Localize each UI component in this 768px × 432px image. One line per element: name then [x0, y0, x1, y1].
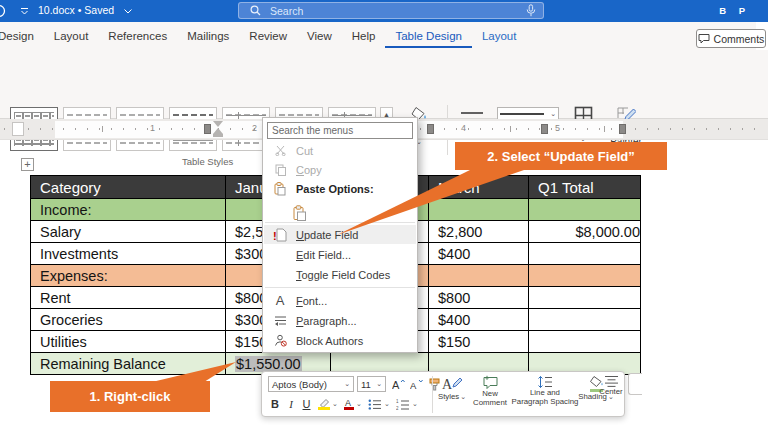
context-menu: Cut Copy Paste Options: ! Update Field E… — [262, 117, 418, 353]
underline-button[interactable]: U — [300, 396, 313, 412]
menu-item-paste-options: Paste Options: — [264, 179, 416, 198]
tab-references[interactable]: References — [98, 24, 177, 49]
header-q1-total[interactable]: Q1 Total — [529, 176, 641, 199]
search-input[interactable] — [268, 4, 522, 18]
dictate-mic-icon[interactable] — [526, 4, 536, 17]
svg-text:A: A — [392, 379, 400, 390]
font-color-button[interactable]: A ⌄ — [343, 396, 363, 412]
cut-icon — [270, 145, 290, 156]
update-field-icon: ! — [270, 228, 290, 242]
center-button[interactable]: Center — [596, 375, 626, 397]
column-marker[interactable] — [541, 124, 548, 134]
new-comment-icon — [482, 375, 499, 390]
comment-bubble-icon — [698, 33, 710, 44]
ribbon: ▲ ▼ ⊽ Shading ⌄ Border Styles ⌄ ⌄ ½ pt — [0, 50, 768, 119]
menu-item-paragraph[interactable]: Paragraph... — [264, 311, 416, 330]
border-line-icon — [460, 108, 484, 118]
grow-font-icon: A — [392, 378, 405, 390]
quick-access-chevron-icon[interactable] — [20, 8, 29, 15]
menu-item-block-authors[interactable]: Block Authors — [264, 331, 416, 350]
tab-help[interactable]: Help — [342, 24, 386, 49]
italic-button[interactable]: I — [285, 396, 297, 412]
font-name-combo[interactable]: Aptos (Body)⌄ — [268, 376, 354, 392]
header-category[interactable]: Category — [31, 176, 226, 199]
table-styles-group-label: Table Styles — [182, 156, 233, 167]
popup-edge-fragment — [628, 373, 642, 395]
tab-selector[interactable] — [12, 122, 24, 136]
document-title[interactable]: 10.docx • Saved — [38, 4, 114, 16]
grow-font-button[interactable]: A — [390, 376, 406, 392]
search-icon — [250, 5, 261, 16]
ruler-number-2: 2 — [252, 123, 257, 133]
block-authors-icon — [270, 334, 290, 347]
svg-text:A: A — [345, 398, 351, 407]
copy-icon — [270, 164, 290, 176]
styles-icon: A — [441, 375, 463, 393]
indent-marker[interactable] — [213, 121, 223, 137]
step2-callout: 2. Select “Update Field” — [455, 142, 667, 170]
user-initials-badge[interactable]: B P — [719, 5, 750, 16]
menu-item-copy: Copy — [264, 160, 416, 179]
svg-text:2: 2 — [396, 406, 399, 410]
svg-text:!: ! — [273, 230, 277, 242]
styles-button[interactable]: A Styles⌄ — [436, 375, 468, 402]
menu-item-font[interactable]: A Font... — [264, 291, 416, 310]
paste-option-keep-formatting[interactable] — [289, 202, 309, 224]
menu-search-input[interactable] — [267, 122, 413, 139]
tab-layout[interactable]: Layout — [44, 24, 99, 49]
new-comment-button[interactable]: New Comment — [471, 375, 509, 407]
clipboard-icon — [270, 182, 290, 196]
column-marker[interactable] — [619, 124, 626, 134]
ruler-number-5: 5 — [555, 123, 560, 133]
tab-view[interactable]: View — [297, 24, 342, 49]
bullets-icon — [368, 399, 382, 410]
column-marker[interactable] — [427, 124, 434, 134]
ribbon-tab-strip: Design Layout References Mailings Review… — [0, 22, 756, 50]
menu-item-cut: Cut — [264, 141, 416, 160]
line-spacing-button[interactable]: Line and Paragraph Spacing — [511, 375, 579, 406]
svg-text:1: 1 — [396, 399, 399, 404]
word-window: 10.docx • Saved B P Design Layout Refere… — [0, 0, 768, 432]
bullets-button[interactable]: ⌄ — [367, 396, 391, 412]
table-move-handle[interactable]: + — [21, 158, 34, 171]
bold-button[interactable]: B — [268, 396, 282, 412]
font-color-icon: A — [344, 398, 354, 410]
shrink-font-button[interactable]: A — [408, 376, 424, 392]
autosave-icon[interactable] — [0, 4, 12, 18]
selected-field-value[interactable]: $1,550.00 — [235, 356, 302, 372]
tab-table-layout[interactable]: Layout — [472, 24, 527, 49]
paste-option-icon — [293, 205, 306, 221]
numbering-icon: 1 2 — [396, 399, 410, 410]
svg-text:A: A — [442, 377, 453, 392]
comments-button[interactable]: Comments — [696, 29, 766, 48]
column-marker[interactable] — [204, 124, 211, 134]
line-spacing-icon — [537, 375, 553, 389]
mini-toolbar: Aptos (Body)⌄ 11⌄ A A B I U ⌄ A ⌄ — [261, 371, 625, 417]
highlight-color-button[interactable]: ⌄ — [317, 396, 339, 412]
numbering-button[interactable]: 1 2 ⌄ — [395, 396, 419, 412]
tab-table-design[interactable]: Table Design — [385, 24, 471, 49]
menu-item-edit-field[interactable]: Edit Field... — [264, 245, 416, 264]
tab-review[interactable]: Review — [239, 24, 297, 49]
shrink-font-icon: A — [410, 378, 423, 390]
tab-design[interactable]: Design — [0, 24, 44, 49]
step1-callout: 1. Right-click — [50, 381, 210, 412]
tab-mailings[interactable]: Mailings — [177, 24, 239, 49]
font-icon: A — [270, 293, 290, 308]
highlighter-icon — [318, 398, 330, 410]
menu-item-toggle-field-codes[interactable]: Toggle Field Codes — [264, 265, 416, 284]
paragraph-icon — [270, 315, 290, 326]
search-box[interactable] — [238, 2, 544, 19]
ruler-number-1: 1 — [150, 123, 155, 133]
title-bar: 10.docx • Saved B P — [0, 0, 768, 22]
ruler-number-4: 4 — [461, 123, 466, 133]
svg-text:A: A — [410, 380, 417, 390]
title-dropdown-icon[interactable] — [124, 9, 132, 14]
font-size-combo[interactable]: 11⌄ — [357, 376, 386, 392]
menu-item-update-field[interactable]: ! Update Field — [264, 225, 416, 244]
header-march[interactable]: March — [429, 176, 529, 199]
